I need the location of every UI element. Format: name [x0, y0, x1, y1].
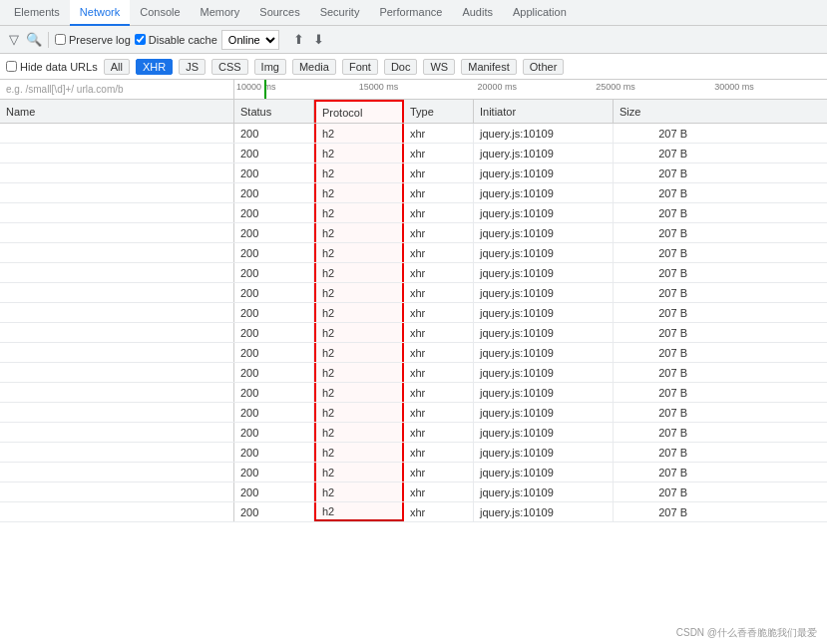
td-initiator: jquery.js:10109 [474, 144, 614, 162]
table-row[interactable]: 200h2xhrjquery.js:10109207 B [0, 323, 827, 343]
td-size: 207 B [614, 243, 693, 262]
filter-manifest-btn[interactable]: Manifest [461, 59, 517, 75]
disable-cache-checkbox[interactable] [135, 34, 146, 45]
td-name [0, 343, 234, 362]
timeline-tick-3: 20000 ms [478, 82, 518, 92]
url-filter-input[interactable]: e.g. /small[\d]+/ urla.com/b [0, 80, 234, 99]
td-name [0, 124, 234, 143]
td-status: 200 [234, 443, 314, 462]
td-status: 200 [234, 343, 314, 362]
filter-img-btn[interactable]: Img [254, 59, 286, 75]
th-size[interactable]: Size [614, 100, 693, 123]
td-protocol: h2 [314, 363, 404, 382]
table-row[interactable]: 200h2xhrjquery.js:10109207 B [0, 263, 827, 283]
td-type: xhr [404, 463, 474, 482]
td-status: 200 [234, 463, 314, 482]
th-initiator[interactable]: Initiator [474, 100, 614, 123]
preserve-log-checkbox-label[interactable]: Preserve log [55, 34, 131, 46]
filter-js-btn[interactable]: JS [179, 59, 206, 75]
filter-other-btn[interactable]: Other [523, 59, 565, 75]
filter-all-btn[interactable]: All [104, 59, 130, 75]
td-type: xhr [404, 144, 474, 162]
table-row[interactable]: 200h2xhrjquery.js:10109207 B [0, 163, 827, 183]
th-name[interactable]: Name [0, 100, 234, 123]
td-type: xhr [404, 223, 474, 242]
filter-media-btn[interactable]: Media [292, 59, 336, 75]
export-har-icon[interactable]: ⬇ [311, 32, 327, 48]
tab-elements[interactable]: Elements [4, 0, 70, 26]
table-row[interactable]: 200h2xhrjquery.js:10109207 B [0, 223, 827, 243]
td-status: 200 [234, 144, 314, 162]
tab-application[interactable]: Application [503, 0, 577, 26]
td-size: 207 B [614, 303, 693, 322]
import-har-icon[interactable]: ⬆ [291, 32, 307, 48]
td-status: 200 [234, 403, 314, 422]
hide-data-urls-checkbox[interactable] [6, 61, 17, 72]
td-size: 207 B [614, 183, 693, 202]
tab-bar: Elements Network Console Memory Sources … [0, 0, 827, 26]
table-row[interactable]: 200h2xhrjquery.js:10109207 B [0, 343, 827, 363]
table-row[interactable]: 200h2xhrjquery.js:10109207 B [0, 303, 827, 323]
td-status: 200 [234, 283, 314, 302]
table-row[interactable]: 200h2xhrjquery.js:10109207 B [0, 463, 827, 483]
table-row[interactable]: 200h2xhrjquery.js:10109207 B [0, 383, 827, 403]
table-row[interactable]: 200h2xhrjquery.js:10109207 B [0, 502, 827, 522]
td-size: 207 B [614, 124, 693, 143]
td-initiator: jquery.js:10109 [474, 463, 614, 482]
filter-doc-btn[interactable]: Doc [384, 59, 418, 75]
td-protocol: h2 [314, 443, 404, 462]
td-name [0, 323, 234, 342]
td-name [0, 403, 234, 422]
tab-security[interactable]: Security [310, 0, 370, 26]
filter-bar: Hide data URLs All XHR JS CSS Img Media … [0, 54, 827, 80]
table-row[interactable]: 200h2xhrjquery.js:10109207 B [0, 403, 827, 423]
td-status: 200 [234, 383, 314, 402]
td-name [0, 243, 234, 262]
table-row[interactable]: 200h2xhrjquery.js:10109207 B [0, 363, 827, 383]
tab-audits[interactable]: Audits [452, 0, 503, 26]
table-row[interactable]: 200h2xhrjquery.js:10109207 B [0, 443, 827, 463]
table-row[interactable]: 200h2xhrjquery.js:10109207 B [0, 144, 827, 163]
td-status: 200 [234, 263, 314, 282]
table-row[interactable]: 200h2xhrjquery.js:10109207 B [0, 243, 827, 263]
td-name [0, 223, 234, 242]
preserve-log-label: Preserve log [69, 34, 131, 46]
filter-ws-btn[interactable]: WS [423, 59, 455, 75]
toolbar-separator-1 [48, 32, 49, 48]
network-throttle-select[interactable]: Online [221, 30, 279, 50]
td-name [0, 144, 234, 162]
td-name [0, 383, 234, 402]
td-status: 200 [234, 163, 314, 182]
th-type[interactable]: Type [404, 100, 474, 123]
disable-cache-checkbox-label[interactable]: Disable cache [135, 34, 217, 46]
td-initiator: jquery.js:10109 [474, 183, 614, 202]
td-type: xhr [404, 183, 474, 202]
th-protocol[interactable]: Protocol [314, 100, 404, 123]
tab-memory[interactable]: Memory [191, 0, 250, 26]
table-row[interactable]: 200h2xhrjquery.js:10109207 B [0, 203, 827, 223]
td-type: xhr [404, 163, 474, 182]
td-status: 200 [234, 423, 314, 442]
td-protocol: h2 [314, 163, 404, 182]
td-name [0, 363, 234, 382]
preserve-log-checkbox[interactable] [55, 34, 66, 45]
table-row[interactable]: 200h2xhrjquery.js:10109207 B [0, 183, 827, 203]
tab-console[interactable]: Console [130, 0, 190, 26]
table-row[interactable]: 200h2xhrjquery.js:10109207 B [0, 483, 827, 502]
th-status[interactable]: Status [234, 100, 314, 123]
hide-data-urls-label[interactable]: Hide data URLs [6, 61, 98, 73]
filter-icon[interactable]: ▽ [6, 32, 22, 48]
td-status: 200 [234, 502, 314, 521]
filter-css-btn[interactable]: CSS [211, 59, 248, 75]
table-row[interactable]: 200h2xhrjquery.js:10109207 B [0, 423, 827, 443]
tab-network[interactable]: Network [70, 0, 130, 26]
table-row[interactable]: 200h2xhrjquery.js:10109207 B [0, 124, 827, 144]
table-row[interactable]: 200h2xhrjquery.js:10109207 B [0, 283, 827, 303]
tab-sources[interactable]: Sources [249, 0, 309, 26]
td-protocol: h2 [314, 303, 404, 322]
filter-xhr-btn[interactable]: XHR [136, 59, 173, 75]
tab-performance[interactable]: Performance [369, 0, 452, 26]
td-type: xhr [404, 363, 474, 382]
filter-font-btn[interactable]: Font [342, 59, 378, 75]
search-icon[interactable]: 🔍 [26, 32, 42, 48]
